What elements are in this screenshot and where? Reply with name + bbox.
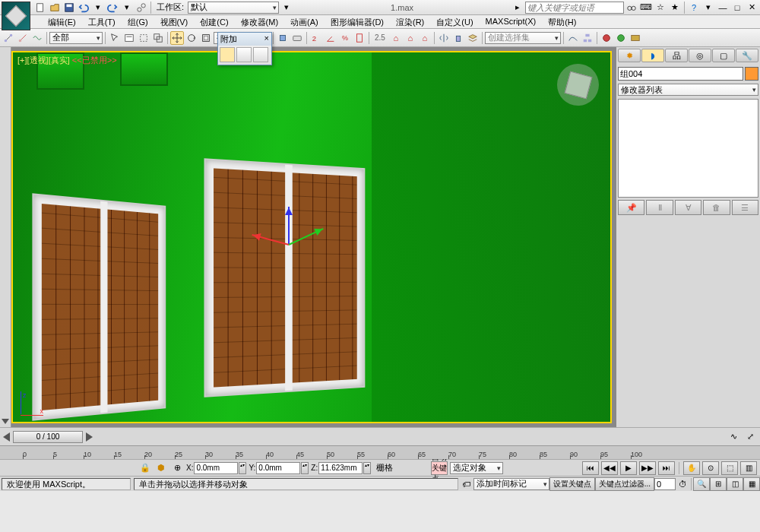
schematic-view-icon[interactable] — [581, 31, 594, 45]
display-tab-icon[interactable]: ▢ — [712, 49, 735, 62]
menu-rendering[interactable]: 渲染(R) — [390, 15, 430, 28]
shortcut-icon[interactable]: ⌨ — [639, 1, 653, 14]
unlink-icon[interactable] — [16, 31, 30, 45]
prev-key-icon[interactable] — [3, 432, 10, 442]
zoom-icon[interactable]: 🔍 — [693, 477, 710, 491]
coord-z-input[interactable] — [318, 462, 363, 474]
maxscript-listener[interactable]: 欢迎使用 MAXScript。 — [2, 478, 131, 490]
star-icon[interactable]: ☆ — [654, 1, 667, 14]
viewport-label[interactable]: [+][透视][真实] <<已禁用>> — [17, 55, 117, 66]
chevron-right-icon[interactable]: ▸ — [511, 1, 524, 14]
menu-maxscript[interactable]: MAXScript(X) — [480, 15, 543, 28]
link-icon[interactable] — [135, 1, 148, 14]
max-viewport-icon[interactable]: ◫ — [727, 477, 743, 491]
keyfilter-button[interactable]: 关键点过滤器... — [595, 477, 654, 491]
spin-z[interactable]: ▴▾ — [363, 462, 371, 474]
selection-filter-dropdown[interactable]: 全部 — [49, 32, 103, 44]
object-color-swatch[interactable] — [745, 67, 758, 81]
select-rotate-icon[interactable] — [185, 31, 198, 45]
open-icon[interactable] — [48, 1, 62, 14]
modifier-stack[interactable] — [618, 99, 758, 198]
binoculars-icon[interactable] — [625, 1, 638, 14]
show-end-icon[interactable]: Ⅱ — [646, 200, 673, 215]
coord-x-input[interactable] — [194, 462, 238, 474]
percent-snap-icon[interactable]: % — [338, 31, 352, 45]
modifier-list-dropdown[interactable]: 修改器列表 — [618, 84, 758, 96]
autokey-button[interactable]: 自动关键点 — [431, 461, 448, 475]
viewcube[interactable] — [557, 64, 599, 106]
workspace-dropdown[interactable]: 默认 — [188, 2, 279, 14]
time-tag-icon[interactable]: 🏷 — [460, 477, 473, 491]
remove-mod-icon[interactable]: 🗑 — [703, 200, 730, 215]
minimize-icon[interactable]: — — [716, 1, 730, 14]
favorite-icon[interactable]: ★ — [668, 1, 682, 14]
sel-lock-icon[interactable]: ⊕ — [170, 461, 184, 475]
spin-x[interactable]: ▴▾ — [239, 462, 246, 474]
attach-mode-2[interactable] — [236, 47, 252, 62]
time-slider[interactable]: 0 / 100 ∿ ⤢ — [0, 427, 760, 445]
mirror-icon[interactable] — [437, 31, 451, 45]
maximize-icon[interactable]: □ — [730, 1, 744, 14]
expand-tri-icon[interactable] — [2, 419, 9, 424]
snap-toggle3-icon[interactable]: ⌂ — [418, 31, 432, 45]
chevron-down-icon[interactable]: ▾ — [120, 1, 134, 14]
render-frame-icon[interactable] — [629, 31, 642, 45]
min-max-toggle-icon[interactable]: ▦ — [743, 477, 760, 491]
hierarchy-tab-icon[interactable]: 品 — [665, 49, 688, 62]
menu-create[interactable]: 创建(C) — [194, 15, 234, 28]
render-setup-icon[interactable] — [614, 31, 628, 45]
time-slider-handle[interactable]: 0 / 100 — [13, 431, 83, 443]
curve-editor-icon[interactable] — [566, 31, 580, 45]
named-sel-set-dropdown[interactable]: 创建选择集 — [485, 32, 561, 44]
spin-y[interactable]: ▴▾ — [301, 462, 309, 474]
select-object-icon[interactable] — [108, 31, 122, 45]
spinner-snap-icon[interactable] — [353, 31, 366, 45]
help-icon[interactable]: ? — [687, 1, 701, 14]
utilities-tab-icon[interactable]: 🔧 — [736, 49, 758, 62]
time-config-icon[interactable]: ⏱ — [676, 477, 689, 491]
perspective-viewport[interactable]: [+][透视][真实] <<已禁用>> z x — [11, 51, 612, 423]
prev-frame-icon[interactable]: ◀◀ — [601, 461, 618, 475]
snap-toggle2-icon[interactable]: ⌂ — [404, 31, 417, 45]
isolate-icon[interactable]: ⬢ — [154, 461, 168, 475]
bind-space-warp-icon[interactable] — [30, 31, 44, 45]
select-move-icon[interactable] — [170, 31, 184, 45]
create-tab-icon[interactable]: ✹ — [618, 49, 641, 62]
select-scale-icon[interactable] — [199, 31, 213, 45]
keyboard-shortcut-icon[interactable] — [290, 31, 304, 45]
lock-icon[interactable]: 🔒 — [138, 461, 152, 475]
zoom-ext-icon[interactable]: ⬚ — [721, 461, 738, 475]
menu-help[interactable]: 帮助(H) — [542, 15, 582, 28]
expand2-icon[interactable]: ⤢ — [743, 430, 757, 444]
play-icon[interactable]: ▶ — [620, 461, 637, 475]
curve-small-icon[interactable]: ∿ — [727, 430, 740, 444]
add-time-tag[interactable]: 添加时间标记 — [473, 478, 549, 490]
angle-snap-icon[interactable] — [324, 31, 337, 45]
make-unique-icon[interactable]: ∀ — [675, 200, 701, 215]
motion-tab-icon[interactable]: ◎ — [689, 49, 711, 62]
modify-tab-icon[interactable]: ◗ — [641, 49, 664, 62]
window-crossing-icon[interactable] — [151, 31, 165, 45]
menu-tools[interactable]: 工具(T) — [82, 15, 122, 28]
redo-icon[interactable] — [106, 1, 119, 14]
configure-sets-icon[interactable]: ☰ — [732, 200, 758, 215]
pin-stack-icon[interactable]: 📌 — [618, 200, 644, 215]
next-key-icon[interactable] — [86, 432, 93, 442]
arc-rotate-icon[interactable]: ⊙ — [702, 461, 719, 475]
chevron-down-icon[interactable]: ▾ — [91, 1, 105, 14]
snap-2d-icon[interactable]: 2 — [309, 31, 323, 45]
zoom-all-icon[interactable]: ⊞ — [710, 477, 727, 491]
current-frame-input[interactable] — [654, 478, 676, 490]
menu-edit[interactable]: 编辑(E) — [42, 15, 82, 28]
menu-modifiers[interactable]: 修改器(M) — [235, 15, 285, 28]
select-link-icon[interactable] — [2, 31, 15, 45]
menu-animation[interactable]: 动画(A) — [284, 15, 325, 28]
menu-grapheditors[interactable]: 图形编辑器(D) — [325, 15, 390, 28]
menu-customize[interactable]: 自定义(U) — [430, 15, 479, 28]
key-target-dropdown[interactable]: 选定对象 — [450, 462, 503, 474]
menu-views[interactable]: 视图(V) — [154, 15, 195, 28]
save-icon[interactable] — [62, 1, 76, 14]
pan-view-icon[interactable]: ✋ — [683, 461, 700, 475]
layers-icon[interactable] — [466, 31, 480, 45]
coord-y-input[interactable] — [256, 462, 300, 474]
